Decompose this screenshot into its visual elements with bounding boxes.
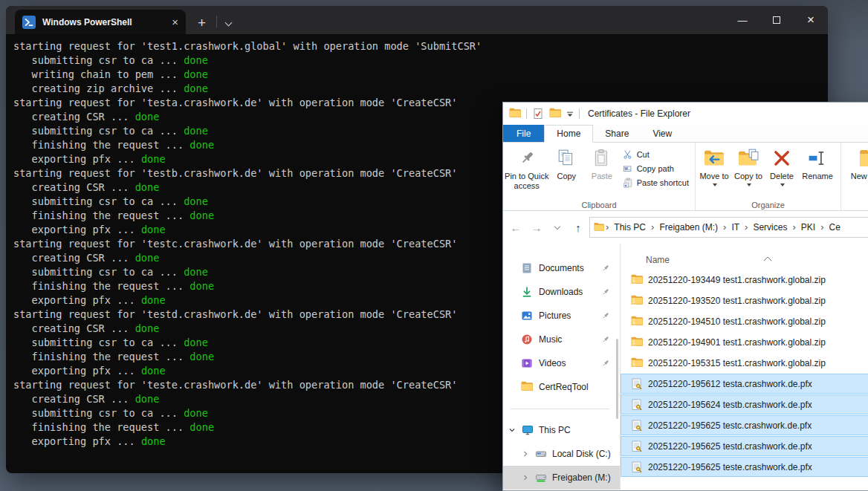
paste-shortcut-icon [623, 178, 633, 188]
chevron-down-icon[interactable] [508, 426, 516, 435]
file-row[interactable]: 20251220-195624 testb.crashwork.de.pfx [621, 394, 868, 414]
desktop: { "desktop": { "background": "#515c6a" }… [0, 0, 868, 491]
qat-dropdown-icon[interactable] [566, 107, 574, 120]
forward-button[interactable]: → [527, 218, 546, 237]
breadcrumb-item[interactable]: This PC [609, 222, 650, 233]
address-folder-icon [594, 222, 604, 233]
move-to-button[interactable]: Move to [697, 145, 731, 186]
file-row[interactable]: 20251220-193449 test1.crashwork.global.z… [621, 270, 868, 290]
sidebar-item-downloads[interactable]: Downloads [503, 280, 620, 304]
tab-view[interactable]: View [641, 125, 684, 142]
file-row[interactable]: 20251220-195612 testa.crashwork.de.pfx [621, 374, 868, 394]
paste-button[interactable]: Paste [584, 145, 620, 181]
ribbon: Pin to Quick access Copy Paste Cut W... … [503, 143, 868, 211]
file-name: 20251220-195624 testb.crashwork.de.pfx [648, 400, 812, 410]
documents-icon [521, 262, 533, 274]
sidebar-item-videos[interactable]: Videos [503, 351, 620, 375]
address-bar[interactable]: ›This PC›Freigaben (M:)›IT›Services›PKI›… [589, 217, 868, 238]
terminal-done-status: done [184, 54, 208, 66]
explorer-titlebar[interactable]: Certificates - File Explorer [503, 103, 868, 125]
file-row[interactable]: 20251220-194901 test1.crashwork.global.z… [621, 332, 868, 352]
column-header-row: Name [621, 250, 868, 270]
breadcrumb-item[interactable]: Ce [824, 222, 844, 233]
file-row[interactable]: 20251220-195315 test1.crashwork.global.z… [621, 353, 868, 373]
terminal-done-status: done [190, 421, 214, 433]
up-button[interactable]: ↑ [569, 218, 588, 237]
clipboard-small-buttons: Cut W... Copy path Paste shortcut [620, 145, 693, 188]
zip-icon [631, 295, 643, 307]
tab-dropdown-icon[interactable] [225, 19, 233, 27]
sidebar-item-label: Videos [539, 358, 566, 368]
rename-button[interactable]: Rename [798, 145, 837, 181]
terminal-line-text: starting request for 'testd.crashwork.de… [13, 308, 457, 320]
copy-to-button[interactable]: Copy to [731, 145, 765, 186]
paste-shortcut-button[interactable]: Paste shortcut [623, 178, 689, 188]
terminal-tab[interactable]: Windows PowerShell × [15, 10, 186, 34]
chevron-right-icon[interactable] [521, 449, 530, 458]
breadcrumb-item[interactable]: PKI [797, 222, 820, 233]
copy-path-button[interactable]: W... Copy path [623, 163, 689, 174]
sidebar-scrollbar[interactable] [616, 339, 618, 419]
file-name: 20251220-194901 test1.crashwork.global.z… [648, 337, 826, 348]
sidebar-item-certreqtool[interactable]: CertReqTool [503, 375, 620, 399]
delete-x-icon [772, 147, 791, 169]
certificate-icon [631, 399, 643, 411]
sidebar-item-pictures[interactable]: Pictures [503, 304, 620, 328]
terminal-titlebar[interactable]: Windows PowerShell × + — × [6, 6, 828, 34]
terminal-done-status: done [184, 336, 208, 348]
file-row[interactable]: 20251220-195625 teste.crashwork.de.pfx [621, 457, 868, 477]
new-folder-button[interactable]: New folder [849, 145, 868, 181]
sidebar-item-local-disk-c-[interactable]: Local Disk (C:) [503, 442, 620, 466]
file-name: 20251220-195612 testa.crashwork.de.pfx [648, 379, 812, 389]
column-header-name[interactable]: Name [621, 255, 670, 265]
breadcrumb-item[interactable]: Freigaben (M:) [655, 222, 722, 233]
new-folder-qat-icon[interactable] [549, 108, 561, 120]
terminal-line-text: starting request for 'teste.crashwork.de… [13, 379, 457, 391]
breadcrumb-item[interactable]: Services [748, 222, 791, 233]
back-button[interactable]: ← [506, 218, 525, 237]
minimize-button[interactable]: — [725, 6, 760, 34]
folder-icon [521, 381, 533, 393]
pin-to-quick-access-button[interactable]: Pin to Quick access [505, 145, 548, 191]
recent-locations-dropdown[interactable] [548, 218, 567, 237]
file-row[interactable]: 20251220-195625 testc.crashwork.de.pfx [621, 415, 868, 435]
tab-file[interactable]: File [503, 125, 544, 142]
terminal-done-status: done [190, 351, 214, 362]
videos-icon [521, 357, 533, 369]
copy-button[interactable]: Copy [548, 145, 584, 181]
cut-button[interactable]: Cut [623, 149, 689, 160]
terminal-line-text: creating CSR ... [13, 322, 135, 334]
file-row[interactable]: 20251220-193520 test1.crashwork.global.z… [621, 290, 868, 310]
breadcrumb-item[interactable]: IT [727, 222, 744, 233]
tab-home[interactable]: Home [544, 125, 593, 143]
sidebar-item-freigaben-m-[interactable]: Freigaben (M:) [503, 466, 620, 490]
terminal-line-text: creating CSR ... [13, 393, 135, 405]
music-icon [521, 334, 533, 345]
tab-close-icon[interactable]: × [172, 16, 178, 27]
new-tab-button[interactable]: + [198, 16, 206, 30]
downloads-icon [521, 286, 533, 298]
copy-icon [557, 147, 576, 169]
terminal-line: submitting csr to ca ... done [13, 53, 822, 68]
terminal-line-text: creating CSR ... [13, 181, 135, 193]
close-button[interactable]: × [794, 6, 828, 34]
terminal-line-text: submitting csr to ca ... [13, 125, 184, 137]
sidebar-item-label: Documents [539, 263, 584, 273]
file-list-pane[interactable]: Name 20251220-193449 test1.crashwork.glo… [621, 244, 868, 490]
sidebar-item-documents[interactable]: Documents [503, 256, 620, 280]
sidebar-item-label: Music [539, 334, 562, 345]
sort-ascending-icon[interactable] [763, 251, 772, 264]
sidebar-item-music[interactable]: Music [503, 328, 620, 351]
chevron-right-icon[interactable] [521, 473, 530, 482]
clipboard-group-label: Clipboard [503, 201, 695, 209]
terminal-line-text: exporting pfx ... [13, 435, 141, 447]
copy-path-icon: W... [623, 163, 633, 174]
tab-share[interactable]: Share [593, 125, 641, 142]
terminal-line-text: exporting pfx ... [13, 294, 141, 306]
properties-check-icon[interactable] [532, 108, 544, 120]
maximize-button[interactable] [760, 6, 794, 34]
sidebar-item-this-pc[interactable]: This PC [503, 418, 620, 442]
delete-button[interactable]: Delete [765, 145, 798, 186]
file-row[interactable]: 20251220-194510 test1.crashwork.global.z… [621, 311, 868, 331]
file-row[interactable]: 20251220-195625 testd.crashwork.de.pfx [621, 436, 868, 456]
